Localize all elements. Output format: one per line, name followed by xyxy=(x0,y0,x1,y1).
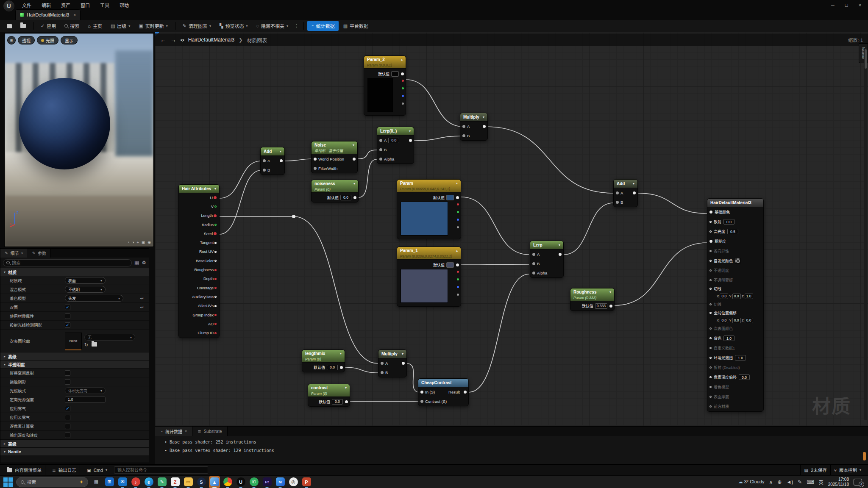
asset-thumbnail[interactable]: None xyxy=(65,333,82,349)
node-header[interactable]: Noise▾单纯形 - 基于纹理 xyxy=(312,141,357,154)
display-options-icon[interactable]: ▦ xyxy=(134,260,139,266)
input-pin[interactable] xyxy=(214,305,217,307)
checkbox-5[interactable] xyxy=(65,415,70,420)
taskbar-app-powerpoint[interactable]: P xyxy=(301,476,312,488)
default-value-field[interactable]: 0.0 xyxy=(332,399,343,405)
section-header-1[interactable]: ▸高级 xyxy=(0,352,149,360)
input-pin[interactable] xyxy=(709,288,712,290)
toolbar-overflow-dots[interactable]: ⋮ xyxy=(293,23,300,29)
input-pin[interactable] xyxy=(402,103,404,105)
input-pin[interactable] xyxy=(532,272,535,274)
network-icon[interactable]: ⊕ xyxy=(777,479,782,485)
minimize-icon[interactable]: ─ xyxy=(826,2,839,8)
input-pin[interactable] xyxy=(709,230,712,233)
toolbar-button-2[interactable]: ⌂主页 xyxy=(84,21,106,31)
input-pin[interactable] xyxy=(709,405,712,408)
input-pin[interactable] xyxy=(709,386,712,388)
input-pin[interactable] xyxy=(214,205,217,208)
graph-node-lengthmix[interactable]: lengthmix▾Param (0)默认值0.0 xyxy=(302,349,345,372)
input-pin[interactable] xyxy=(709,279,712,281)
graph-node-contrast[interactable]: contrast▾Param (0)默认值0.0 xyxy=(308,384,350,407)
graph-node-param-2[interactable]: Param_2▴Param (0,0,0,1)默认值 xyxy=(364,55,406,116)
output-pin[interactable] xyxy=(464,391,467,394)
taskbar-app-store[interactable]: ⊞ xyxy=(104,476,115,488)
input-pin[interactable] xyxy=(457,226,459,228)
graph-node-multiply-bottom[interactable]: Multiply▾AB xyxy=(378,349,407,377)
node-header[interactable]: Lerp▾ xyxy=(530,241,563,250)
pen-icon[interactable]: ✎ xyxy=(798,479,802,485)
checkbox-0[interactable] xyxy=(65,370,70,376)
toolbar-button-7[interactable]: ◌隐藏不相关▾ xyxy=(252,21,292,31)
taskbar-app-phone-green[interactable]: ✆ xyxy=(248,476,259,488)
input-pin[interactable] xyxy=(457,203,459,205)
input-pin[interactable] xyxy=(214,323,217,325)
nav-back-icon[interactable]: ← xyxy=(160,36,166,43)
graph-node-lerp-0[interactable]: Lerp(0..)▾A0.0BAlpha xyxy=(377,127,414,164)
node-header[interactable]: Multiply▾ xyxy=(378,350,406,358)
input-pin[interactable] xyxy=(616,201,619,204)
tab-details[interactable]: ✎细节 × xyxy=(0,249,28,258)
input-pin[interactable] xyxy=(457,271,459,273)
input-value-field[interactable]: 0.0 xyxy=(388,138,399,143)
input-pin[interactable] xyxy=(214,287,217,289)
graph-node-noiseness[interactable]: noiseness▾Param (0)默认值0.0 xyxy=(311,180,359,202)
node-header[interactable]: CheapContrast xyxy=(418,379,468,387)
number-field-3[interactable]: 1.0 xyxy=(65,396,106,403)
input-pin[interactable] xyxy=(379,139,382,142)
cmd-selector[interactable]: ▣ Cmd▾ xyxy=(83,465,111,475)
vector-component-field[interactable]: 1.0 xyxy=(745,294,753,299)
toolbar-button-0[interactable]: ✓应用 xyxy=(37,21,60,31)
input-pin[interactable] xyxy=(214,260,217,262)
taskbar-app-file-explorer[interactable]: ▭ xyxy=(183,476,194,488)
input-pin[interactable] xyxy=(709,250,712,252)
start-button[interactable] xyxy=(3,477,14,488)
checkbox-6[interactable] xyxy=(65,424,70,429)
output-pin[interactable] xyxy=(353,196,356,199)
node-header[interactable]: Param_2▴Param (0,0,0,1) xyxy=(364,56,406,69)
material-input-value[interactable]: 0.0 xyxy=(739,374,750,380)
toolbar-button-1[interactable]: 搜索 xyxy=(61,21,83,31)
vector-component-field[interactable]: 0.0 xyxy=(732,294,741,299)
input-pin[interactable] xyxy=(379,158,382,161)
viewport-show-button[interactable]: 显示 xyxy=(61,36,78,44)
material-input-value[interactable]: 1.0 xyxy=(735,355,746,360)
close-icon[interactable]: × xyxy=(854,2,866,8)
output-pin[interactable] xyxy=(280,159,283,162)
use-selected-asset-icon[interactable]: ↻ xyxy=(84,342,88,348)
default-color-swatch[interactable] xyxy=(391,71,399,77)
tab-substrate[interactable]: ≣Substrate xyxy=(192,427,227,436)
input-pin[interactable] xyxy=(532,262,535,265)
input-pin[interactable] xyxy=(263,169,266,172)
input-pin[interactable] xyxy=(709,366,712,369)
output-pin[interactable] xyxy=(483,125,486,128)
unreal-logo-icon[interactable]: U xyxy=(3,0,14,11)
taskbar-app-task-view[interactable]: ▦ xyxy=(91,476,102,488)
graph-node-noise[interactable]: Noise▾单纯形 - 基于纹理World PositionFilterWidt… xyxy=(311,141,358,173)
input-pin[interactable] xyxy=(214,224,217,226)
input-pin[interactable] xyxy=(214,314,217,316)
input-pin[interactable] xyxy=(214,232,217,235)
graph-node-lerp[interactable]: Lerp▾ABAlpha xyxy=(530,241,564,278)
node-header[interactable]: Lerp(0..)▾ xyxy=(377,127,414,136)
emissive-color-swatch[interactable] xyxy=(735,258,740,263)
breadcrumb-graph-name[interactable]: 材质图表 xyxy=(247,36,267,44)
input-pin[interactable] xyxy=(379,148,382,151)
console-command-input[interactable] xyxy=(114,466,208,474)
input-pin[interactable] xyxy=(709,312,712,314)
menu-item-3[interactable]: 窗口 xyxy=(75,0,95,10)
output-pin[interactable] xyxy=(456,196,459,199)
browse-asset-icon[interactable] xyxy=(92,342,97,347)
taskbar-app-photos[interactable]: ▲ xyxy=(209,476,220,488)
default-value-field[interactable]: 0.0 xyxy=(340,195,351,200)
default-value-field[interactable]: 0.0 xyxy=(327,365,338,370)
material-input-value[interactable]: 0.0 xyxy=(723,219,734,225)
input-pin[interactable] xyxy=(709,221,712,223)
maximize-icon[interactable]: □ xyxy=(840,2,853,8)
reset-to-default-icon[interactable]: ↩ xyxy=(140,305,144,310)
input-pin[interactable] xyxy=(709,269,712,272)
default-color-swatch[interactable] xyxy=(446,195,454,200)
section-header-3[interactable]: ▸高级 xyxy=(0,439,149,447)
node-header[interactable]: Hair Attributes▾ xyxy=(179,185,219,193)
graph-node-add-left[interactable]: Add▾AB xyxy=(260,147,285,175)
output-pin[interactable] xyxy=(456,263,459,266)
